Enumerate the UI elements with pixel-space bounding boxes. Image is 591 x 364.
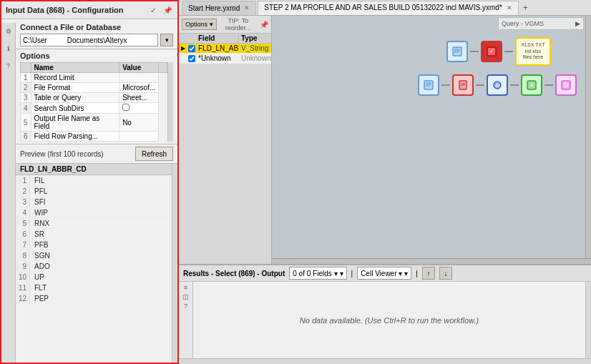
results-icon2[interactable]: ◫ (182, 293, 189, 300)
row-value: No (119, 114, 159, 132)
workflow-node-yellow[interactable]: XLSX TXT list xlsx files here (515, 37, 551, 66)
options-title: Options (20, 51, 173, 60)
row-value: FLT (30, 282, 47, 292)
col-value-header: Value (119, 63, 159, 73)
row-num: 3 (21, 93, 31, 103)
node-row-mid: A ≡ ⚙ (418, 74, 577, 96)
nav-up-button[interactable]: ↑ (422, 267, 435, 280)
separator: | (416, 270, 418, 277)
row-index: 12 (16, 293, 30, 303)
connector (544, 84, 553, 86)
row-value: FIL (30, 175, 44, 185)
left-sidebar: ⚙ ℹ ? (1, 23, 16, 363)
data-grid-body: 1FIL 2PFL 3SFI 4WIP 5RNX 6SR 7PFB 8SGN 9… (16, 175, 172, 363)
row-name: Field Row Parsing... (31, 132, 119, 142)
nav-down-button[interactable]: ↓ (439, 267, 452, 280)
connector (470, 51, 479, 52)
refresh-button[interactable]: Refresh (135, 147, 173, 161)
row-value (119, 103, 159, 114)
file-path-dropdown[interactable]: ▾ (160, 34, 173, 46)
config-row-fld[interactable]: ▶ FLD_LN_ABBR_CD V_String (179, 44, 271, 54)
table-row: 4 Search SubDirs (21, 103, 167, 114)
row-index: 9 (16, 261, 30, 271)
tab-close-icon[interactable]: ✕ (507, 4, 512, 11)
node-row-top: ✓ XLSX TXT list xlsx files here (446, 37, 577, 66)
collapse-icon[interactable]: ✓ (147, 4, 159, 16)
bottom-panel-header: Results - Select (869) - Output 0 of 0 F… (179, 265, 591, 282)
tab-add-icon[interactable]: + (520, 3, 531, 13)
row-value: Sheet... (119, 93, 159, 103)
config-row-unknown[interactable]: *Unknown Unknown (179, 54, 271, 64)
tab-start-here[interactable]: Start Here.yxmd ✕ (182, 1, 256, 15)
options-section: Options Name Value (16, 49, 177, 144)
options-button[interactable]: Options ▾ (182, 19, 217, 30)
data-grid-scrollbar[interactable] (172, 164, 177, 363)
viewer-dropdown[interactable]: Cell Viewer ▾ ▾ (357, 267, 411, 280)
fields-dropdown[interactable]: 0 of 0 Fields ▾ ▾ (289, 267, 346, 280)
col-num-header (21, 63, 31, 73)
separator: | (351, 270, 353, 277)
svg-text:✓: ✓ (489, 48, 494, 54)
workflow-node-red2[interactable] (452, 74, 474, 96)
workflow-node-book2[interactable] (418, 74, 439, 96)
col-scroll-header (159, 63, 167, 73)
svg-rect-6 (424, 81, 433, 89)
no-data-message: No data available. (Use Ctrl+R to run th… (193, 282, 585, 358)
list-item: 9ADO (16, 261, 172, 272)
node-label-line3: files here (522, 54, 545, 60)
panel-pin-icon[interactable]: 📌 (260, 21, 268, 29)
workflow-node-red[interactable]: ✓ (481, 41, 502, 62)
row-value: ADO (30, 261, 50, 271)
list-item: 6SR (16, 229, 172, 240)
canvas-vertical-scrollbar[interactable] (585, 16, 591, 258)
row-index: 10 (16, 272, 30, 282)
preview-section: Preview (first 100 records) Refresh (16, 144, 177, 164)
tab-close-icon[interactable]: ✕ (244, 4, 250, 11)
bottom-vertical-scrollbar[interactable] (585, 282, 591, 358)
input-data-panel: Input Data (868) - Configuration ✓ 📌 ⚙ ℹ… (0, 0, 179, 364)
row-index: 7 (16, 240, 30, 250)
canvas-horizontal-scrollbar[interactable] (272, 258, 591, 264)
question-side-icon[interactable]: ? (3, 60, 14, 72)
workflow-node-green[interactable]: ≡ (521, 74, 542, 96)
field-name: FLD_LN_ABBR_CD (196, 44, 239, 53)
list-item: 8SGN (16, 250, 172, 261)
list-item: 12PEP (16, 293, 172, 304)
results-icon3[interactable]: ? (184, 302, 187, 310)
search-subdirs-checkbox[interactable] (122, 104, 130, 111)
row-index: 11 (16, 282, 30, 292)
table-row: 1 Record Limit (21, 73, 167, 83)
connector (510, 84, 519, 86)
connect-title: Connect a File or Database (20, 23, 173, 31)
pin-icon[interactable]: 📌 (162, 4, 173, 16)
bottom-left-icons: ≡ ◫ ? (179, 282, 193, 358)
field-type: Unknown (239, 54, 271, 63)
list-item: 5RNX (16, 218, 172, 229)
list-item: 1FIL (16, 175, 172, 186)
row-checkbox[interactable] (187, 55, 196, 62)
canvas-area[interactable]: Query - VGMS ▶ ✓ XLSX T (272, 16, 591, 264)
preview-label: Preview (first 100 records) (20, 150, 104, 158)
row-name: Record Limit (31, 73, 119, 83)
row-name: Output File Name as Field (31, 114, 119, 132)
row-index: 3 (16, 197, 30, 207)
gear-side-icon[interactable]: ⚙ (3, 26, 14, 37)
node-label-line1: XLSX TXT (522, 42, 545, 48)
info-side-icon[interactable]: ℹ (3, 43, 14, 54)
field-name: *Unknown (196, 54, 239, 63)
connector (476, 84, 484, 86)
row-checkbox[interactable] (187, 45, 196, 52)
tab-step2[interactable]: STEP 2 MA PROFILE AND AR SALES BUILD 051… (258, 1, 519, 15)
results-icon1[interactable]: ≡ (184, 284, 187, 291)
workflow-node-blue[interactable]: A (487, 74, 508, 96)
tip-label: TIP: To reorder... (217, 17, 260, 31)
options-scrollbar[interactable] (167, 62, 173, 142)
row-value: SGN (30, 250, 50, 260)
file-path-input[interactable] (20, 34, 158, 46)
tab-label: STEP 2 MA PROFILE AND AR SALES BUILD 051… (264, 4, 502, 11)
bottom-horizontal-scrollbar[interactable] (179, 358, 591, 364)
workflow-node-pink[interactable]: ⚙ (555, 74, 577, 96)
svg-text:⚙: ⚙ (563, 82, 569, 89)
results-panel-title: Results - Select (869) - Output (183, 270, 285, 277)
workflow-node-book1[interactable] (446, 41, 468, 62)
